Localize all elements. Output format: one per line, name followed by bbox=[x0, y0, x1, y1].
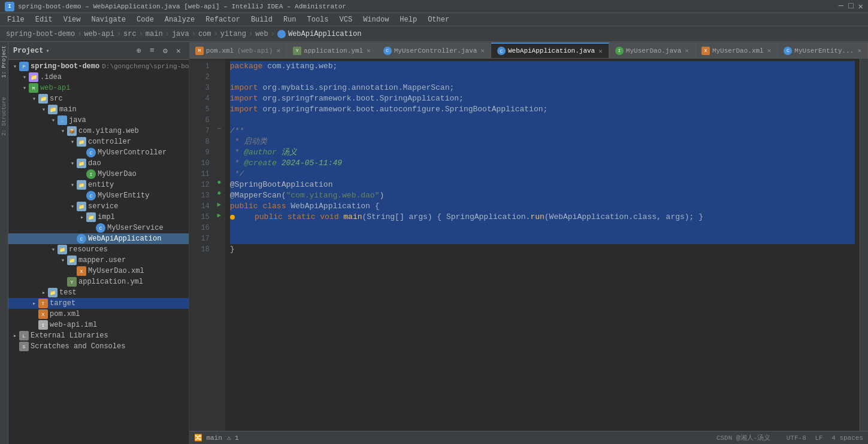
breadcrumb-item-com[interactable]: com bbox=[198, 30, 211, 38]
tree-item-service[interactable]: ▾ 📁 service bbox=[8, 201, 189, 212]
status-line-ending[interactable]: LF bbox=[815, 434, 822, 442]
main-folder-icon: 📁 bbox=[48, 105, 58, 114]
sidebar-settings-btn[interactable]: ⚙ bbox=[160, 45, 171, 56]
entity-tab-icon: C bbox=[784, 47, 792, 55]
tree-item-myuserdao[interactable]: I MyUserDao bbox=[8, 169, 189, 180]
tree-item-mapper-user[interactable]: ▾ 📁 mapper.user bbox=[8, 255, 189, 266]
breadcrumb-item-class[interactable]: WebApiApplication bbox=[288, 30, 361, 38]
tree-item-external-libs[interactable]: ▸ L External Libraries bbox=[8, 330, 189, 341]
menu-item-analyze[interactable]: Analyze bbox=[160, 14, 199, 25]
status-warnings[interactable]: ⚠ 1 bbox=[227, 434, 239, 442]
tree-item-controller[interactable]: ▾ 📁 controller bbox=[8, 136, 189, 147]
tree-item-package[interactable]: ▾ 📦 com.yitang.web bbox=[8, 126, 189, 136]
tree-item-impl[interactable]: ▸ 📁 impl bbox=[8, 212, 189, 223]
status-indent[interactable]: 4 spaces bbox=[831, 434, 863, 442]
tab-application-yml[interactable]: Y application.yml ✕ bbox=[287, 42, 377, 58]
tab-webapiapplication[interactable]: C WebApiApplication.java ✕ bbox=[491, 42, 609, 58]
tab-myuserdao[interactable]: I MyUserDao.java ✕ bbox=[609, 42, 695, 58]
tree-item-myuserentity[interactable]: C MyUserEntity bbox=[8, 190, 189, 201]
java-folder-icon: ☕ bbox=[58, 115, 67, 125]
menu-item-file[interactable]: File bbox=[2, 14, 29, 25]
menu-item-code[interactable]: Code bbox=[132, 14, 159, 25]
vertical-tab-structure[interactable]: 2: Structure bbox=[0, 93, 8, 139]
breadcrumb-item-java[interactable]: java bbox=[172, 30, 189, 38]
java-service-icon: C bbox=[96, 223, 105, 233]
pom-xml-icon: X bbox=[38, 309, 48, 319]
tree-item-entity[interactable]: ▾ 📁 entity bbox=[8, 180, 189, 190]
tree-item-java[interactable]: ▾ ☕ java bbox=[8, 115, 189, 126]
warn-indicator bbox=[230, 215, 235, 220]
sidebar-collapse-btn[interactable]: ≡ bbox=[147, 45, 158, 56]
code-editor[interactable]: package com.yitang.web; import org.mybat… bbox=[225, 59, 860, 431]
tree-item-test[interactable]: ▸ 📁 test bbox=[8, 287, 189, 298]
tab-myuserdao-xml[interactable]: X MyUserDao.xml ✕ bbox=[695, 42, 778, 58]
menu-item-window[interactable]: Window bbox=[358, 14, 394, 25]
tree-item-myuserservice[interactable]: C MyUserService bbox=[8, 223, 189, 233]
tree-item-main[interactable]: ▾ 📁 main bbox=[8, 104, 189, 115]
menu-item-build[interactable]: Build bbox=[246, 14, 277, 25]
editor-right-panel bbox=[860, 59, 868, 431]
breadcrumb-item-main[interactable]: main bbox=[146, 30, 163, 38]
menu-item-navigate[interactable]: Navigate bbox=[86, 14, 131, 25]
tree-item-target[interactable]: ▸ T target bbox=[8, 298, 189, 309]
close-yml-tab[interactable]: ✕ bbox=[367, 47, 371, 54]
tree-item-dao[interactable]: ▾ 📁 dao bbox=[8, 158, 189, 169]
package-folder-icon: 📦 bbox=[67, 126, 77, 136]
close-controller-tab[interactable]: ✕ bbox=[480, 47, 485, 54]
java-main-icon: C bbox=[77, 234, 86, 244]
tree-item-webapiapplication[interactable]: C WebApiApplication bbox=[8, 233, 189, 244]
sidebar-scope-btn[interactable]: ⊕ bbox=[134, 45, 144, 56]
minimize-btn[interactable]: ─ bbox=[839, 1, 843, 11]
status-encoding[interactable]: UTF-8 bbox=[787, 434, 806, 442]
impl-folder-icon: 📁 bbox=[86, 212, 96, 222]
menu-item-edit[interactable]: Edit bbox=[31, 14, 58, 25]
maximize-btn[interactable]: □ bbox=[848, 1, 853, 11]
tree-item-web-api[interactable]: ▾ M web-api bbox=[8, 83, 189, 93]
close-dao-xml-tab[interactable]: ✕ bbox=[767, 47, 772, 54]
ext-libs-icon: L bbox=[19, 331, 29, 340]
sidebar-dropdown-icon[interactable]: ▾ bbox=[46, 47, 49, 54]
resources-folder-icon: 📁 bbox=[58, 245, 67, 254]
tab-pom-xml[interactable]: M pom.xml (web-api) ✕ bbox=[189, 42, 287, 58]
breadcrumb-icon bbox=[277, 30, 286, 38]
project-tree: ▾ P spring-boot-demo D:\gongcheng\spring… bbox=[8, 60, 189, 444]
tree-item-resources[interactable]: ▾ 📁 resources bbox=[8, 244, 189, 255]
title-bar: I spring-boot-demo – WebApiApplication.j… bbox=[0, 0, 868, 13]
vertical-tab-project[interactable]: 1: Project bbox=[0, 42, 8, 81]
close-pom-xml-tab[interactable]: ✕ bbox=[276, 47, 280, 54]
tree-item-root[interactable]: ▾ P spring-boot-demo D:\gongcheng\spring… bbox=[8, 61, 189, 72]
menu-item-refactor[interactable]: Refactor bbox=[201, 14, 245, 25]
breadcrumb-item-web[interactable]: web bbox=[255, 30, 268, 38]
tab-myuserentity[interactable]: C MyUserEntity... ✕ bbox=[778, 42, 868, 58]
close-main-tab[interactable]: ✕ bbox=[598, 47, 603, 55]
scratches-icon: S bbox=[19, 342, 29, 351]
tree-item-pom-xml[interactable]: X pom.xml bbox=[8, 309, 189, 320]
tree-item-iml[interactable]: I web-api.iml bbox=[8, 320, 189, 330]
menu-item-help[interactable]: Help bbox=[395, 14, 422, 25]
tree-item-myusercontroller[interactable]: C MyUserController bbox=[8, 147, 189, 158]
menu-item-other[interactable]: Other bbox=[423, 14, 454, 25]
tab-myusercontroller[interactable]: C MyUserController.java ✕ bbox=[377, 42, 491, 58]
tree-item-application-yml[interactable]: Y application.yml bbox=[8, 276, 189, 287]
breadcrumb-item-module[interactable]: web-api bbox=[84, 30, 114, 38]
menu-item-tools[interactable]: Tools bbox=[303, 14, 334, 25]
sidebar-close-btn[interactable]: ✕ bbox=[173, 45, 184, 56]
tree-item-src[interactable]: ▾ 📁 src bbox=[8, 93, 189, 104]
status-branch[interactable]: 🔀 main bbox=[194, 434, 222, 442]
close-dao-tab[interactable]: ✕ bbox=[685, 47, 689, 54]
tree-item-scratches[interactable]: S Scratches and Consoles bbox=[8, 341, 189, 352]
breadcrumb-item-root[interactable]: spring-boot-demo bbox=[6, 30, 75, 38]
close-btn[interactable]: ✕ bbox=[858, 1, 863, 11]
menu-item-run[interactable]: Run bbox=[279, 14, 301, 25]
breadcrumb-item-src[interactable]: src bbox=[123, 30, 137, 38]
menu-item-view[interactable]: View bbox=[59, 14, 86, 25]
code-line-10: * @create 2024-05-11:49 bbox=[230, 158, 855, 169]
breadcrumb-item-yitang[interactable]: yitang bbox=[220, 30, 246, 38]
code-line-1: package com.yitang.web; bbox=[230, 61, 855, 72]
tree-item-idea[interactable]: ▾ 📁 .idea bbox=[8, 72, 189, 83]
controller-tab-icon: C bbox=[383, 47, 392, 55]
tree-item-myuserdao-xml[interactable]: X MyUserDao.xml bbox=[8, 266, 189, 276]
code-line-5: import org.springframework.boot.autoconf… bbox=[230, 104, 855, 115]
menu-item-vcs[interactable]: VCS bbox=[335, 14, 358, 25]
close-entity-tab[interactable]: ✕ bbox=[857, 47, 861, 54]
